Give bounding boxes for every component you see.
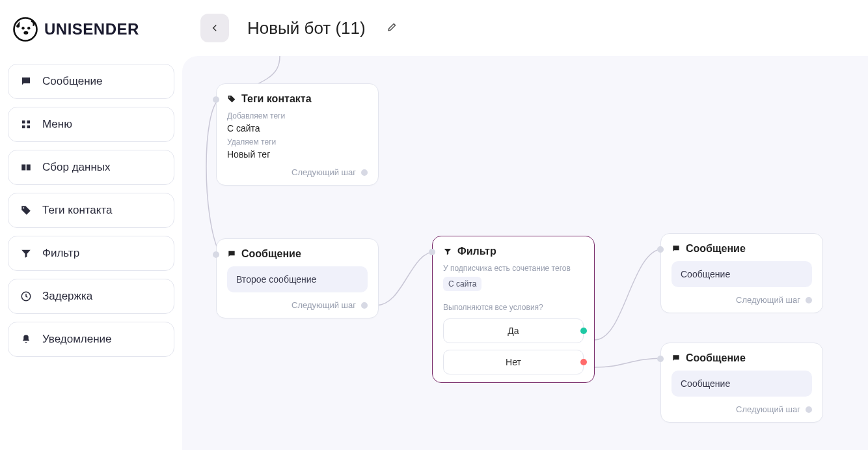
filter-option-no[interactable]: Нет: [443, 350, 584, 374]
node-output-port[interactable]: [806, 406, 812, 413]
message-body: Сообщение: [671, 371, 812, 397]
node-output-port-no[interactable]: [580, 359, 587, 365]
node-filter[interactable]: Фильтр У подписчика есть сочетание тегов…: [432, 236, 595, 383]
node-input-port[interactable]: [657, 246, 664, 253]
node-output-port[interactable]: [806, 297, 812, 303]
node-message-second[interactable]: Сообщение Второе сообщение Следующий шаг: [216, 238, 379, 318]
sidebar-item-message[interactable]: Сообщение: [8, 64, 174, 99]
chat-icon: [227, 249, 236, 259]
sidebar-item-data-collection[interactable]: Сбор данных: [8, 150, 174, 185]
filter-icon: [443, 247, 452, 256]
node-input-port[interactable]: [429, 249, 435, 255]
tag-icon: [227, 94, 236, 104]
sidebar: UNISENDER Сообщение Меню Сбор данных Тег…: [0, 0, 182, 450]
svg-rect-9: [27, 165, 31, 171]
node-header: Сообщение: [671, 243, 812, 255]
svg-rect-6: [22, 126, 25, 129]
filter-condition-label: У подписчика есть сочетание тегов: [443, 264, 584, 273]
add-tags-value: С сайта: [227, 123, 368, 134]
sidebar-item-contact-tags[interactable]: Теги контакта: [8, 193, 174, 228]
brand-logo: UNISENDER: [8, 10, 174, 56]
filter-question: Выполняются все условия?: [443, 303, 584, 312]
node-input-port[interactable]: [213, 96, 219, 103]
node-output-port-yes[interactable]: [580, 328, 587, 334]
svg-rect-8: [21, 165, 25, 171]
remove-tags-value: Новый тег: [227, 149, 368, 160]
main-area: Новый бот (11) Теги контакта Добавля: [182, 0, 868, 450]
message-body: Сообщение: [671, 261, 812, 287]
svg-rect-4: [22, 120, 25, 124]
node-title: Сообщение: [686, 243, 746, 255]
sidebar-item-label: Задержка: [42, 290, 92, 303]
node-footer: Следующий шаг: [671, 295, 812, 305]
node-output-port[interactable]: [361, 169, 368, 176]
node-output-port[interactable]: [361, 302, 368, 309]
edit-title-button[interactable]: [384, 18, 401, 38]
sidebar-item-label: Фильтр: [42, 247, 79, 260]
sidebar-item-label: Сбор данных: [42, 161, 111, 174]
node-message-yes-branch[interactable]: Сообщение Сообщение Следующий шаг: [660, 233, 823, 313]
sidebar-item-label: Меню: [42, 118, 72, 131]
svg-point-2: [27, 27, 30, 29]
option-label: Нет: [506, 357, 521, 367]
brand-name: UNISENDER: [44, 20, 139, 38]
svg-point-10: [23, 207, 24, 208]
arrow-left-icon: [209, 22, 221, 34]
sidebar-item-menu[interactable]: Меню: [8, 107, 174, 142]
node-footer: Следующий шаг: [671, 404, 812, 414]
chat-icon: [671, 244, 681, 253]
node-message-no-branch[interactable]: Сообщение Сообщение Следующий шаг: [660, 343, 823, 423]
topbar: Новый бот (11): [182, 0, 868, 56]
node-title: Теги контакта: [241, 93, 312, 105]
next-step-label: Следующий шаг: [736, 295, 800, 305]
node-header: Фильтр: [443, 246, 584, 257]
sidebar-item-label: Теги контакта: [42, 204, 113, 217]
tag-icon: [20, 204, 32, 216]
node-header: Сообщение: [227, 248, 368, 260]
flow-canvas[interactable]: Теги контакта Добавляем теги С сайта Уда…: [182, 56, 868, 450]
node-footer: Следующий шаг: [227, 167, 368, 177]
chat-icon: [671, 354, 681, 363]
sidebar-item-label: Уведомление: [42, 333, 112, 346]
svg-point-3: [23, 31, 28, 35]
option-label: Да: [508, 326, 519, 336]
dog-logo-icon: [12, 16, 39, 43]
back-button[interactable]: [200, 14, 229, 42]
sidebar-item-notification[interactable]: Уведомление: [8, 322, 174, 357]
next-step-label: Следующий шаг: [292, 167, 356, 177]
svg-rect-5: [27, 120, 31, 124]
form-icon: [20, 162, 32, 173]
next-step-label: Следующий шаг: [292, 300, 356, 310]
remove-tags-label: Удаляем теги: [227, 137, 368, 147]
node-header: Сообщение: [671, 352, 812, 364]
svg-point-12: [229, 96, 230, 98]
filter-option-yes[interactable]: Да: [443, 318, 584, 343]
node-input-port[interactable]: [657, 356, 664, 362]
filter-tag-chip: С сайта: [443, 277, 481, 291]
svg-point-1: [21, 27, 24, 29]
filter-icon: [20, 247, 32, 259]
pencil-icon: [387, 21, 398, 33]
node-input-port[interactable]: [213, 251, 219, 258]
sidebar-item-delay[interactable]: Задержка: [8, 279, 174, 314]
node-title: Сообщение: [241, 248, 301, 260]
node-footer: Следующий шаг: [227, 300, 368, 310]
chat-icon: [20, 76, 32, 87]
grid-icon: [20, 119, 32, 130]
clock-icon: [20, 290, 32, 302]
node-header: Теги контакта: [227, 93, 368, 105]
sidebar-item-label: Сообщение: [42, 75, 103, 88]
svg-rect-7: [27, 126, 31, 129]
message-body: Второе сообщение: [227, 266, 368, 292]
node-contact-tags[interactable]: Теги контакта Добавляем теги С сайта Уда…: [216, 83, 379, 186]
bell-icon: [20, 333, 32, 345]
node-title: Фильтр: [457, 246, 496, 257]
next-step-label: Следующий шаг: [736, 404, 800, 414]
sidebar-item-filter[interactable]: Фильтр: [8, 236, 174, 271]
node-title: Сообщение: [686, 352, 746, 364]
page-title: Новый бот (11): [247, 18, 366, 38]
add-tags-label: Добавляем теги: [227, 111, 368, 120]
